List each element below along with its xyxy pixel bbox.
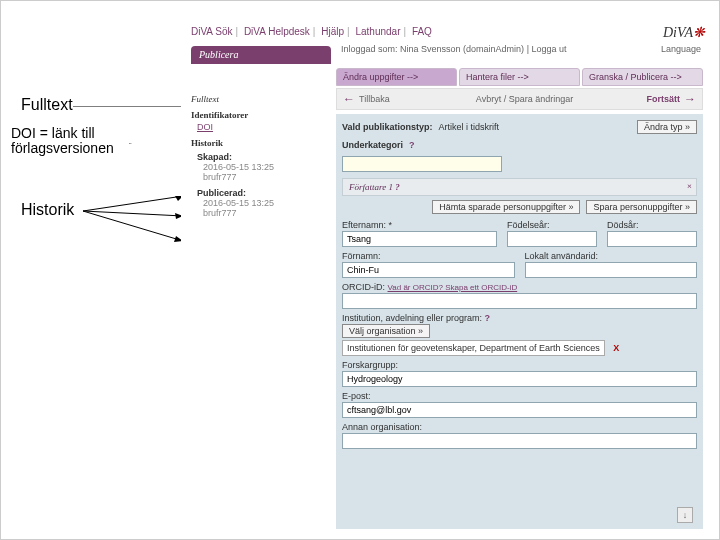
annotation-doi-line1: DOI = länk till [11,126,114,141]
tab-publicera[interactable]: Publicera [191,46,331,64]
institution-label: Institution, avdelning eller program: ? [342,313,697,323]
lastname-label: Efternamn: * [342,220,497,230]
research-group-input[interactable] [342,371,697,387]
help-icon[interactable]: ? [395,182,400,192]
created-label: Skapad: [197,152,326,162]
published-value: 2016-05-15 13:25 [203,198,326,208]
deathyear-label: Dödsår: [607,220,697,230]
annotation-doi-line2: förlagsversionen [11,141,114,156]
remove-org-icon[interactable]: X [613,343,619,353]
add-author-button[interactable]: ↓ [677,507,693,523]
diva-logo: DiVA❋ [663,24,705,41]
pubtype-value: Artikel i tidskrift [439,122,500,132]
other-org-input[interactable] [342,433,697,449]
language-link[interactable]: Language [661,44,701,54]
deathyear-input[interactable] [607,231,697,247]
lpanel-fulltext-header: Fulltext [191,94,326,104]
topnav-item[interactable]: Lathundar [355,26,400,37]
help-icon[interactable]: ? [485,313,491,323]
firstname-input[interactable] [342,262,515,278]
other-org-label: Annan organisation: [342,422,697,432]
email-input[interactable] [342,402,697,418]
firstname-label: Förnamn: [342,251,515,261]
step-tab-1[interactable]: Ändra uppgifter --> [336,68,457,86]
help-icon[interactable]: ? [409,140,415,150]
org-chip: Institutionen för geovetenskaper, Depart… [342,340,605,356]
step-tab-3[interactable]: Granska / Publicera --> [582,68,703,86]
subcategory-label: Underkategori [342,140,403,150]
cancel-save-link[interactable]: Avbryt / Spara ändringar [427,94,622,104]
annotation-doi: DOI = länk till förlagsversionen [11,126,114,157]
orcid-label: ORCID-iD: [342,282,385,292]
step-tabs: Ändra uppgifter --> Hantera filer --> Gr… [336,68,703,86]
left-panel: Fulltext Identifikatorer DOI Historik Sk… [191,88,326,218]
diva-user-meta: Inloggad som: Nina Svensson (domainAdmin… [341,44,567,54]
doi-link[interactable]: DOI [197,122,213,132]
back-button[interactable]: ←Tillbaka [337,92,427,106]
topnav-item[interactable]: Hjälp [321,26,344,37]
birthyear-label: Födelseår: [507,220,597,230]
forward-button[interactable]: Fortsätt→ [622,92,702,106]
change-type-button[interactable]: Ändra typ » [637,120,697,134]
marker-arrow-fulltext [73,106,193,118]
created-by: brufr777 [203,172,326,182]
localuserid-input[interactable] [525,262,698,278]
main-form: Vald publikationstyp: Artikel i tidskrif… [336,114,703,529]
orcid-help-link[interactable]: Vad är ORCID? Skapa ett ORCID-iD [388,283,518,292]
author-section: Författare 1 ? × [342,178,697,196]
annotation-historik: Historik [21,201,74,219]
research-group-label: Forskargrupp: [342,360,697,370]
orcid-input[interactable] [342,293,697,309]
diva-panel: DiVA Sök| DiVA Helpdesk| Hjälp| Lathunda… [181,26,711,534]
logout-link[interactable]: Logga ut [531,44,566,54]
step-tab-2[interactable]: Hantera filer --> [459,68,580,86]
published-by: brufr777 [203,208,326,218]
email-label: E-post: [342,391,697,401]
marker-arrow-historik [83,196,193,256]
published-label: Publicerad: [197,188,326,198]
fetch-person-button[interactable]: Hämta sparade personuppgifter » [432,200,580,214]
lpanel-ident-header: Identifikatorer [191,110,326,120]
localuserid-label: Lokalt användarid: [525,251,698,261]
birthyear-input[interactable] [507,231,597,247]
svg-line-4 [83,196,183,211]
topnav-item[interactable]: DiVA Helpdesk [244,26,310,37]
pubtype-label: Vald publikationstyp: [342,122,433,132]
diva-topnav: DiVA Sök| DiVA Helpdesk| Hjälp| Lathunda… [191,26,711,42]
arrow-right-icon: → [684,92,696,106]
select-org-button[interactable]: Välj organisation » [342,324,430,338]
subcategory-input[interactable] [342,156,502,172]
arrow-left-icon: ← [343,92,355,106]
save-person-button[interactable]: Spara personuppgifter » [586,200,697,214]
annotation-fulltext: Fulltext [21,96,73,114]
lpanel-hist-header: Historik [191,138,326,148]
lastname-input[interactable] [342,231,497,247]
action-bar: ←Tillbaka Avbryt / Spara ändringar Forts… [336,88,703,110]
topnav-item[interactable]: FAQ [412,26,432,37]
close-icon[interactable]: × [687,181,692,191]
topnav-item[interactable]: DiVA Sök [191,26,233,37]
created-value: 2016-05-15 13:25 [203,162,326,172]
